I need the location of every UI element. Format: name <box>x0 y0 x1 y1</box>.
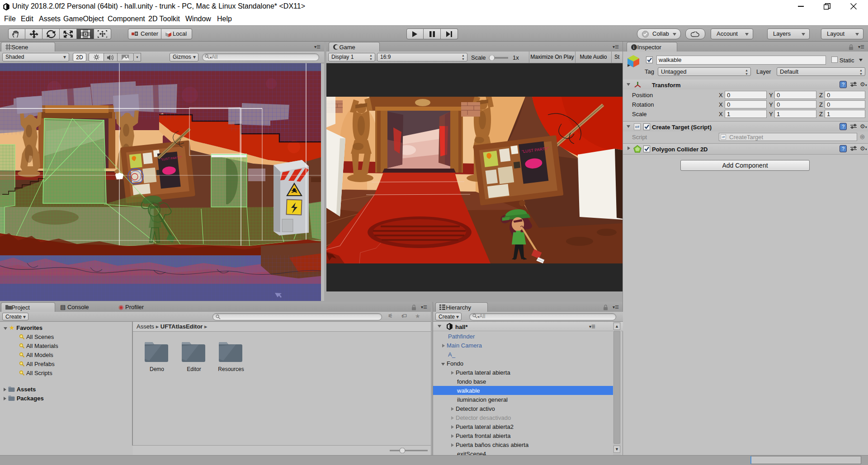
svg-text:i: i <box>633 45 635 50</box>
